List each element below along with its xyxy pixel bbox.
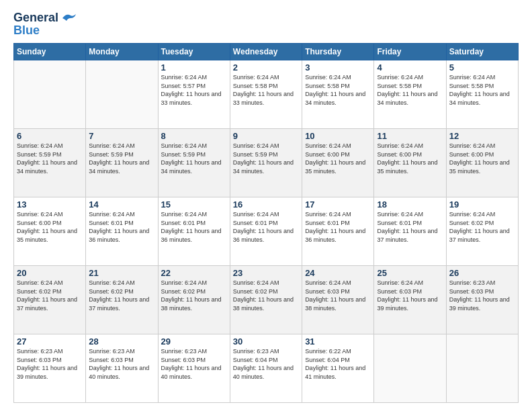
day-info: Sunrise: 6:23 AM Sunset: 6:03 PM Dayligh… bbox=[161, 347, 227, 381]
day-number: 21 bbox=[89, 268, 154, 278]
day-number: 28 bbox=[89, 336, 154, 347]
table-row: 31Sunrise: 6:22 AM Sunset: 6:04 PM Dayli… bbox=[302, 334, 374, 403]
table-row: 30Sunrise: 6:23 AM Sunset: 6:04 PM Dayli… bbox=[230, 334, 302, 403]
day-number: 27 bbox=[17, 336, 83, 347]
table-row: 1Sunrise: 6:24 AM Sunset: 5:57 PM Daylig… bbox=[158, 60, 230, 129]
day-number: 1 bbox=[161, 62, 227, 73]
day-number: 11 bbox=[377, 131, 443, 141]
day-info: Sunrise: 6:23 AM Sunset: 6:03 PM Dayligh… bbox=[89, 347, 154, 381]
table-row: 13Sunrise: 6:24 AM Sunset: 6:00 PM Dayli… bbox=[14, 197, 86, 266]
table-row: 19Sunrise: 6:24 AM Sunset: 6:02 PM Dayli… bbox=[446, 197, 518, 266]
day-number: 30 bbox=[233, 336, 299, 347]
day-info: Sunrise: 6:24 AM Sunset: 6:00 PM Dayligh… bbox=[305, 142, 371, 175]
day-info: Sunrise: 6:24 AM Sunset: 5:59 PM Dayligh… bbox=[161, 142, 227, 175]
logo-general: General bbox=[13, 11, 58, 25]
day-info: Sunrise: 6:24 AM Sunset: 5:58 PM Dayligh… bbox=[449, 73, 515, 107]
day-number: 24 bbox=[305, 268, 371, 278]
day-info: Sunrise: 6:24 AM Sunset: 6:03 PM Dayligh… bbox=[377, 279, 443, 312]
day-number: 25 bbox=[377, 268, 443, 278]
day-number: 14 bbox=[89, 199, 154, 210]
day-number: 8 bbox=[161, 131, 227, 141]
day-number: 22 bbox=[161, 268, 227, 278]
table-row: 16Sunrise: 6:24 AM Sunset: 6:01 PM Dayli… bbox=[230, 197, 302, 266]
day-info: Sunrise: 6:24 AM Sunset: 5:59 PM Dayligh… bbox=[89, 142, 154, 175]
table-row: 3Sunrise: 6:24 AM Sunset: 5:58 PM Daylig… bbox=[302, 60, 374, 129]
table-row: 24Sunrise: 6:24 AM Sunset: 6:03 PM Dayli… bbox=[302, 266, 374, 334]
col-sunday: Sunday bbox=[14, 44, 86, 60]
day-number: 29 bbox=[161, 336, 227, 347]
day-info: Sunrise: 6:24 AM Sunset: 6:03 PM Dayligh… bbox=[305, 279, 371, 312]
header: General Blue bbox=[13, 11, 519, 38]
calendar-week-row: 1Sunrise: 6:24 AM Sunset: 5:57 PM Daylig… bbox=[14, 60, 519, 129]
table-row: 20Sunrise: 6:24 AM Sunset: 6:02 PM Dayli… bbox=[14, 266, 86, 334]
day-number: 4 bbox=[377, 62, 443, 73]
logo-blue: Blue bbox=[13, 24, 40, 38]
day-info: Sunrise: 6:24 AM Sunset: 5:58 PM Dayligh… bbox=[305, 73, 371, 107]
table-row: 21Sunrise: 6:24 AM Sunset: 6:02 PM Dayli… bbox=[86, 266, 158, 334]
day-info: Sunrise: 6:24 AM Sunset: 6:01 PM Dayligh… bbox=[305, 210, 371, 244]
table-row: 29Sunrise: 6:23 AM Sunset: 6:03 PM Dayli… bbox=[158, 334, 230, 403]
day-number: 6 bbox=[17, 131, 83, 141]
table-row bbox=[374, 334, 446, 403]
table-row: 18Sunrise: 6:24 AM Sunset: 6:01 PM Dayli… bbox=[374, 197, 446, 266]
day-number: 18 bbox=[377, 199, 443, 210]
day-info: Sunrise: 6:24 AM Sunset: 6:02 PM Dayligh… bbox=[449, 210, 515, 244]
day-number: 23 bbox=[233, 268, 299, 278]
table-row: 27Sunrise: 6:23 AM Sunset: 6:03 PM Dayli… bbox=[14, 334, 86, 403]
calendar-week-row: 20Sunrise: 6:24 AM Sunset: 6:02 PM Dayli… bbox=[14, 266, 519, 334]
day-number: 26 bbox=[449, 268, 515, 278]
day-number: 2 bbox=[233, 62, 299, 73]
day-number: 13 bbox=[17, 199, 83, 210]
day-number: 17 bbox=[305, 199, 371, 210]
table-row: 14Sunrise: 6:24 AM Sunset: 6:01 PM Dayli… bbox=[86, 197, 158, 266]
day-info: Sunrise: 6:24 AM Sunset: 6:02 PM Dayligh… bbox=[89, 279, 154, 312]
page: General Blue Sunday Monday Tuesday Wedne… bbox=[0, 0, 532, 411]
day-info: Sunrise: 6:24 AM Sunset: 6:01 PM Dayligh… bbox=[233, 210, 299, 244]
day-info: Sunrise: 6:23 AM Sunset: 6:03 PM Dayligh… bbox=[449, 279, 515, 312]
day-number: 3 bbox=[305, 62, 371, 73]
calendar-header-row: Sunday Monday Tuesday Wednesday Thursday… bbox=[14, 44, 519, 60]
table-row: 22Sunrise: 6:24 AM Sunset: 6:02 PM Dayli… bbox=[158, 266, 230, 334]
day-number: 31 bbox=[305, 336, 371, 347]
day-info: Sunrise: 6:24 AM Sunset: 6:00 PM Dayligh… bbox=[377, 142, 443, 175]
col-friday: Friday bbox=[374, 44, 446, 60]
day-number: 5 bbox=[449, 62, 515, 73]
calendar-week-row: 6Sunrise: 6:24 AM Sunset: 5:59 PM Daylig… bbox=[14, 129, 519, 197]
table-row bbox=[14, 60, 86, 129]
col-wednesday: Wednesday bbox=[230, 44, 302, 60]
day-info: Sunrise: 6:24 AM Sunset: 6:00 PM Dayligh… bbox=[449, 142, 515, 175]
day-info: Sunrise: 6:24 AM Sunset: 5:58 PM Dayligh… bbox=[233, 73, 299, 107]
day-info: Sunrise: 6:24 AM Sunset: 6:00 PM Dayligh… bbox=[17, 210, 83, 244]
table-row: 25Sunrise: 6:24 AM Sunset: 6:03 PM Dayli… bbox=[374, 266, 446, 334]
table-row: 12Sunrise: 6:24 AM Sunset: 6:00 PM Dayli… bbox=[446, 129, 518, 197]
table-row bbox=[86, 60, 158, 129]
table-row: 26Sunrise: 6:23 AM Sunset: 6:03 PM Dayli… bbox=[446, 266, 518, 334]
day-info: Sunrise: 6:24 AM Sunset: 6:02 PM Dayligh… bbox=[233, 279, 299, 312]
day-number: 7 bbox=[89, 131, 154, 141]
day-number: 10 bbox=[305, 131, 371, 141]
day-info: Sunrise: 6:23 AM Sunset: 6:04 PM Dayligh… bbox=[233, 347, 299, 381]
day-info: Sunrise: 6:24 AM Sunset: 6:01 PM Dayligh… bbox=[161, 210, 227, 244]
col-monday: Monday bbox=[86, 44, 158, 60]
table-row: 8Sunrise: 6:24 AM Sunset: 5:59 PM Daylig… bbox=[158, 129, 230, 197]
day-number: 20 bbox=[17, 268, 83, 278]
calendar-week-row: 27Sunrise: 6:23 AM Sunset: 6:03 PM Dayli… bbox=[14, 334, 519, 403]
table-row: 6Sunrise: 6:24 AM Sunset: 5:59 PM Daylig… bbox=[14, 129, 86, 197]
col-tuesday: Tuesday bbox=[158, 44, 230, 60]
table-row: 28Sunrise: 6:23 AM Sunset: 6:03 PM Dayli… bbox=[86, 334, 158, 403]
day-info: Sunrise: 6:22 AM Sunset: 6:04 PM Dayligh… bbox=[305, 347, 371, 381]
day-info: Sunrise: 6:24 AM Sunset: 6:02 PM Dayligh… bbox=[161, 279, 227, 312]
table-row: 5Sunrise: 6:24 AM Sunset: 5:58 PM Daylig… bbox=[446, 60, 518, 129]
day-number: 12 bbox=[449, 131, 515, 141]
day-info: Sunrise: 6:24 AM Sunset: 6:01 PM Dayligh… bbox=[89, 210, 154, 244]
table-row: 17Sunrise: 6:24 AM Sunset: 6:01 PM Dayli… bbox=[302, 197, 374, 266]
day-info: Sunrise: 6:24 AM Sunset: 5:58 PM Dayligh… bbox=[377, 73, 443, 107]
logo-bird-icon bbox=[61, 13, 76, 24]
table-row: 4Sunrise: 6:24 AM Sunset: 5:58 PM Daylig… bbox=[374, 60, 446, 129]
day-info: Sunrise: 6:24 AM Sunset: 6:01 PM Dayligh… bbox=[377, 210, 443, 244]
calendar-week-row: 13Sunrise: 6:24 AM Sunset: 6:00 PM Dayli… bbox=[14, 197, 519, 266]
day-number: 9 bbox=[233, 131, 299, 141]
table-row: 7Sunrise: 6:24 AM Sunset: 5:59 PM Daylig… bbox=[86, 129, 158, 197]
table-row: 23Sunrise: 6:24 AM Sunset: 6:02 PM Dayli… bbox=[230, 266, 302, 334]
day-info: Sunrise: 6:24 AM Sunset: 6:02 PM Dayligh… bbox=[17, 279, 83, 312]
